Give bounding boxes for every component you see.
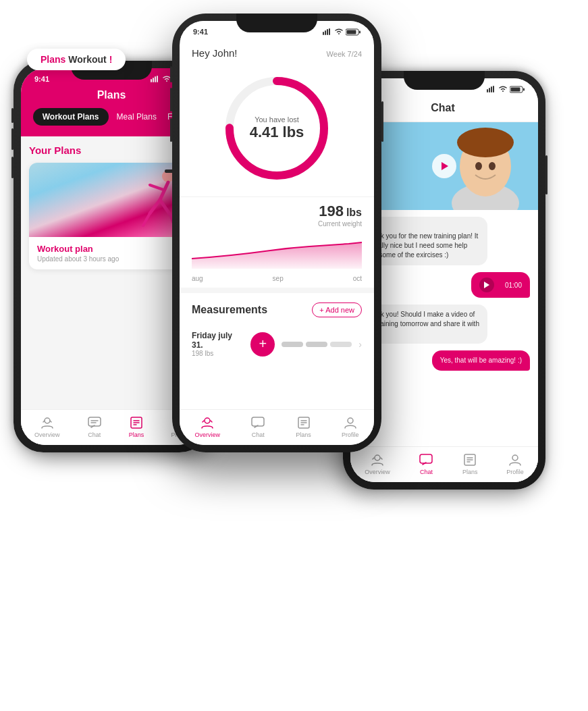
nav-plans-item-3[interactable]: Plans (462, 452, 478, 475)
bubble-sent-audio: 01:00 (471, 272, 530, 298)
svg-point-33 (205, 418, 210, 423)
silent-button (11, 108, 14, 123)
nav-plans-label: Plans (129, 431, 144, 438)
svg-point-39 (348, 418, 353, 423)
svg-rect-0 (151, 79, 152, 82)
nav-item-plans[interactable]: Plans (129, 415, 144, 438)
nav-item-overview[interactable]: Overview (34, 415, 60, 438)
svg-rect-16 (88, 417, 101, 426)
bubble-sent-text: Yes, that will be amazing! :) (432, 350, 530, 371)
svg-rect-29 (347, 30, 356, 34)
chat-icon-3 (419, 454, 433, 466)
plan-card-image (29, 163, 194, 237)
nav-item-chat[interactable]: Chat (87, 415, 102, 438)
play-button[interactable] (432, 154, 456, 178)
audio-duration: 01:00 (505, 282, 522, 289)
week-label: Week 7/24 (327, 50, 362, 58)
svg-marker-53 (442, 162, 448, 170)
nav-chat-label-2: Chat (252, 431, 265, 438)
nav-overview-item-2[interactable]: Overview (195, 415, 221, 438)
svg-rect-24 (323, 32, 324, 35)
battery-icon-2 (346, 28, 360, 36)
nav-profile-label-2: Profile (342, 431, 359, 438)
overview-icon-2 (201, 417, 214, 429)
nav-chat-item-3[interactable]: Chat (419, 452, 433, 475)
banner-workout: Workout (68, 54, 109, 65)
chart-months: aug sep oct (192, 275, 362, 282)
svg-rect-43 (493, 86, 494, 93)
nav-overview-label-3: Overview (365, 469, 390, 475)
measurement-date-label: Friday july 31. (192, 331, 244, 350)
nav-plans-item-2[interactable]: Plans (296, 415, 311, 438)
svg-rect-2 (155, 76, 156, 82)
banner-plans: Plans (41, 54, 65, 65)
chat-icon-2 (251, 417, 265, 429)
status-icons-2 (323, 28, 360, 36)
nav-chat-icon (87, 415, 102, 430)
measurement-dots (282, 342, 352, 347)
chat-icon (88, 417, 101, 429)
nav-profile-item-2[interactable]: Profile (342, 415, 359, 438)
nav-profile-icon-2 (343, 415, 358, 430)
nav-profile-label-3: Profile (506, 469, 524, 475)
svg-point-62 (512, 455, 518, 460)
nav-overview-item-3[interactable]: Overview (365, 452, 390, 475)
wifi-icon-2 (335, 28, 343, 35)
nav-chat-label-3: Chat (420, 469, 433, 475)
audio-play-icon (484, 282, 489, 288)
plans-tabs: Workout Plans Meal Plans Files (32, 108, 191, 126)
svg-rect-45 (511, 87, 520, 91)
bottom-nav-overview: Overview Chat (180, 409, 374, 445)
wifi-icon-3 (499, 86, 507, 93)
add-measurement-fab[interactable]: + (250, 332, 275, 357)
profile-icon-2 (344, 417, 357, 429)
svg-point-15 (45, 418, 50, 423)
power-btn-2 (381, 101, 383, 142)
volume-down-button (11, 157, 14, 178)
nav-overview-icon (40, 415, 55, 430)
plans-banner: Plans Workout ! (27, 49, 126, 70)
svg-rect-1 (153, 78, 154, 82)
chart-svg (192, 232, 362, 272)
ring-value: 4.41 lbs (250, 124, 304, 141)
nav-chat-item-2[interactable]: Chat (250, 415, 265, 438)
chevron-right-icon[interactable]: › (358, 339, 362, 350)
vol-up-btn (170, 88, 172, 111)
svg-line-12 (143, 213, 150, 226)
month-oct: oct (353, 275, 362, 282)
nav-profile-item-3[interactable]: Profile (506, 452, 524, 475)
nav-chat-icon-3 (419, 452, 433, 467)
ring-label: You have lost (250, 115, 304, 124)
ring-container: You have lost 4.41 lbs (219, 71, 334, 186)
power-btn-3 (545, 155, 547, 194)
nav-plans-icon-3 (462, 452, 477, 467)
status-icons-3 (487, 86, 525, 93)
svg-rect-34 (252, 417, 264, 426)
svg-rect-30 (359, 30, 360, 33)
profile-icon-3 (508, 454, 522, 466)
greeting-row: Hey John! Week 7/24 (180, 39, 374, 64)
audio-play-button[interactable] (479, 278, 494, 292)
add-new-button[interactable]: + Add new (312, 302, 362, 317)
signal-icon-2 (323, 28, 332, 35)
nav-overview-icon-2 (200, 415, 215, 430)
nav-plans-icon (129, 415, 144, 430)
notch-3 (404, 71, 485, 90)
ring-center-text: You have lost 4.41 lbs (250, 115, 304, 141)
svg-rect-27 (329, 28, 330, 35)
nav-plans-label-2: Plans (296, 431, 311, 438)
svg-rect-42 (491, 86, 492, 93)
tab-workout-plans[interactable]: Workout Plans (33, 108, 109, 126)
svg-rect-25 (325, 30, 326, 35)
plans-icon (130, 417, 143, 429)
svg-rect-46 (523, 88, 525, 90)
plan-card[interactable]: Workout plan Updated about 3 hours ago (29, 163, 194, 269)
svg-rect-3 (157, 76, 158, 82)
svg-rect-57 (420, 454, 432, 463)
greeting-text: Hey John! (192, 47, 238, 59)
plans-icon-3 (463, 454, 477, 466)
svg-point-52 (489, 162, 496, 170)
progress-section: You have lost 4.41 lbs (180, 64, 374, 196)
nav-chat-label: Chat (88, 431, 101, 438)
tab-meal-plans[interactable]: Meal Plans (111, 108, 162, 126)
